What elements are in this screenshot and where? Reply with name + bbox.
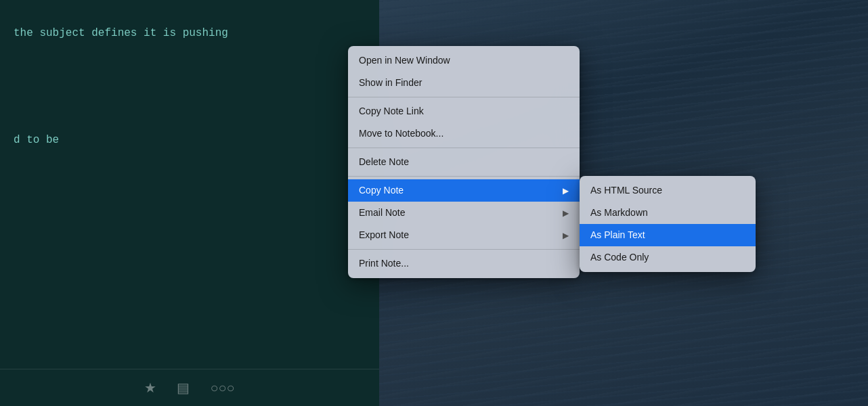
editor-line-1: the subject defines it is pushing — [14, 27, 366, 39]
menu-item-copy-note-link[interactable]: Copy Note Link — [348, 100, 580, 122]
submenu-item-as-markdown[interactable]: As Markdown — [580, 202, 756, 224]
menu-item-open-new-window[interactable]: Open in New Window — [348, 49, 580, 72]
export-note-arrow: ▶ — [563, 229, 569, 242]
menu-item-copy-note[interactable]: Copy Note ▶ — [348, 179, 580, 202]
separator-3 — [348, 176, 580, 177]
separator-2 — [348, 148, 580, 148]
menu-item-show-in-finder[interactable]: Show in Finder — [348, 72, 580, 94]
submenu-item-as-plain-text[interactable]: As Plain Text — [580, 224, 756, 246]
submenu-item-as-code-only[interactable]: As Code Only — [580, 246, 756, 269]
editor-content: the subject defines it is pushing d to b… — [0, 14, 379, 160]
editor-line-2: d to be — [14, 134, 366, 146]
separator-4 — [348, 249, 580, 250]
chart-icon[interactable]: ▤ — [177, 380, 190, 396]
copy-note-submenu: As HTML Source As Markdown As Plain Text… — [580, 176, 756, 272]
menu-item-move-to-notebook[interactable]: Move to Notebook... — [348, 122, 580, 145]
copy-note-arrow: ▶ — [563, 185, 569, 197]
menu-item-export-note[interactable]: Export Note ▶ — [348, 224, 580, 246]
star-icon[interactable]: ★ — [144, 380, 156, 396]
menu-item-delete-note[interactable]: Delete Note — [348, 151, 580, 173]
bottom-toolbar: ★ ▤ ○○○ — [0, 369, 379, 406]
menu-item-email-note[interactable]: Email Note ▶ — [348, 202, 580, 224]
email-note-arrow: ▶ — [563, 207, 569, 219]
more-icon[interactable]: ○○○ — [210, 380, 234, 396]
context-menu: Open in New Window Show in Finder Copy N… — [348, 46, 580, 278]
submenu-item-as-html-source[interactable]: As HTML Source — [580, 179, 756, 202]
separator-1 — [348, 97, 580, 97]
menu-item-print-note[interactable]: Print Note... — [348, 252, 580, 275]
